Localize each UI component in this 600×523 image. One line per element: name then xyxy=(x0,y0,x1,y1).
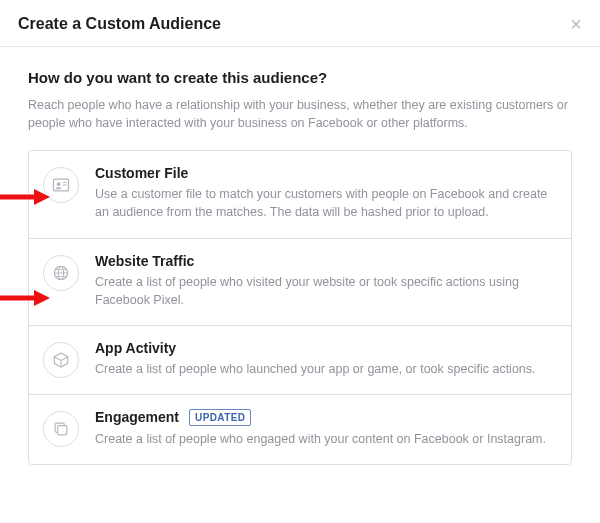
option-title: Engagement xyxy=(95,409,179,425)
option-description: Create a list of people who engaged with… xyxy=(95,430,555,448)
option-website-traffic[interactable]: Website Traffic Create a list of people … xyxy=(29,239,571,326)
option-title: Customer File xyxy=(95,165,188,181)
svg-marker-10 xyxy=(34,189,50,205)
svg-point-1 xyxy=(57,183,61,187)
option-description: Use a customer file to match your custom… xyxy=(95,185,555,221)
create-custom-audience-dialog: Create a Custom Audience × How do you wa… xyxy=(0,0,600,523)
annotation-arrow-icon xyxy=(0,188,50,206)
cube-icon xyxy=(43,342,79,378)
intro-description: Reach people who have a relationship wit… xyxy=(28,96,572,132)
close-icon[interactable]: × xyxy=(570,14,582,34)
option-title: Website Traffic xyxy=(95,253,194,269)
intro-question: How do you want to create this audience? xyxy=(28,69,572,86)
option-customer-file[interactable]: Customer File Use a customer file to mat… xyxy=(29,151,571,238)
option-engagement[interactable]: Engagement UPDATED Create a list of peop… xyxy=(29,395,571,464)
svg-marker-12 xyxy=(34,290,50,306)
layers-icon xyxy=(43,411,79,447)
updated-badge: UPDATED xyxy=(189,409,251,426)
option-description: Create a list of people who visited your… xyxy=(95,273,555,309)
option-app-activity[interactable]: App Activity Create a list of people who… xyxy=(29,326,571,395)
dialog-title: Create a Custom Audience xyxy=(18,15,221,33)
dialog-header: Create a Custom Audience × xyxy=(0,0,600,47)
annotation-arrow-icon xyxy=(0,289,50,307)
svg-rect-8 xyxy=(58,426,67,435)
option-description: Create a list of people who launched you… xyxy=(95,360,555,378)
dialog-body: How do you want to create this audience?… xyxy=(0,47,600,465)
option-title: App Activity xyxy=(95,340,176,356)
audience-options-list: Customer File Use a customer file to mat… xyxy=(28,150,572,465)
globe-icon xyxy=(43,255,79,291)
